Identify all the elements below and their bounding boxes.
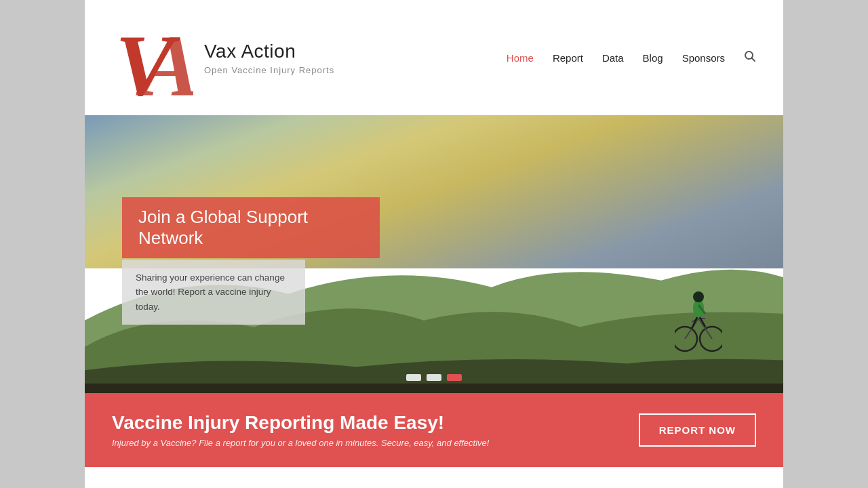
- cta-text-area: Vaccine Injury Reporting Made Easy! Inju…: [112, 412, 489, 448]
- slider-dots: [406, 374, 462, 381]
- hero-description: Sharing your experience can change the w…: [136, 272, 285, 312]
- nav-data[interactable]: Data: [602, 52, 624, 64]
- site-title: Vax Action: [204, 41, 334, 62]
- site-tagline: Open Vaccine Injury Reports: [204, 65, 334, 75]
- hero-overlay: Join a Global Support Network Sharing yo…: [85, 115, 783, 393]
- slider-dot-1[interactable]: [406, 374, 421, 381]
- header: V A Vax Action Open Vaccine Injury Repor…: [85, 0, 783, 115]
- cta-banner: Vaccine Injury Reporting Made Easy! Inju…: [85, 393, 783, 467]
- slider-dot-2[interactable]: [427, 374, 441, 381]
- main-nav: Home Report Data Blog Sponsors: [507, 50, 756, 66]
- slider-dot-3[interactable]: [447, 374, 462, 381]
- hero-desc-box: Sharing your experience can change the w…: [122, 260, 305, 325]
- cta-title: Vaccine Injury Reporting Made Easy!: [112, 412, 489, 434]
- cta-subtitle: Injured by a Vaccine? File a report for …: [112, 438, 489, 448]
- search-icon[interactable]: [744, 50, 756, 66]
- nav-sponsors[interactable]: Sponsors: [682, 52, 725, 64]
- logo-area: V A Vax Action Open Vaccine Injury Repor…: [112, 14, 334, 102]
- hero-title-box: Join a Global Support Network: [122, 197, 380, 258]
- report-now-button[interactable]: REPORT NOW: [639, 413, 756, 447]
- hero-section: Join a Global Support Network Sharing yo…: [85, 115, 783, 393]
- nav-blog[interactable]: Blog: [643, 52, 663, 64]
- nav-report[interactable]: Report: [553, 52, 583, 64]
- nav-home[interactable]: Home: [507, 52, 534, 64]
- logo-text: Vax Action Open Vaccine Injury Reports: [204, 41, 334, 75]
- svg-line-3: [752, 58, 755, 61]
- svg-text:A: A: [136, 16, 193, 102]
- page-wrapper: V A Vax Action Open Vaccine Injury Repor…: [85, 0, 783, 488]
- hero-title: Join a Global Support Network: [138, 207, 308, 248]
- site-logo: V A: [112, 14, 193, 102]
